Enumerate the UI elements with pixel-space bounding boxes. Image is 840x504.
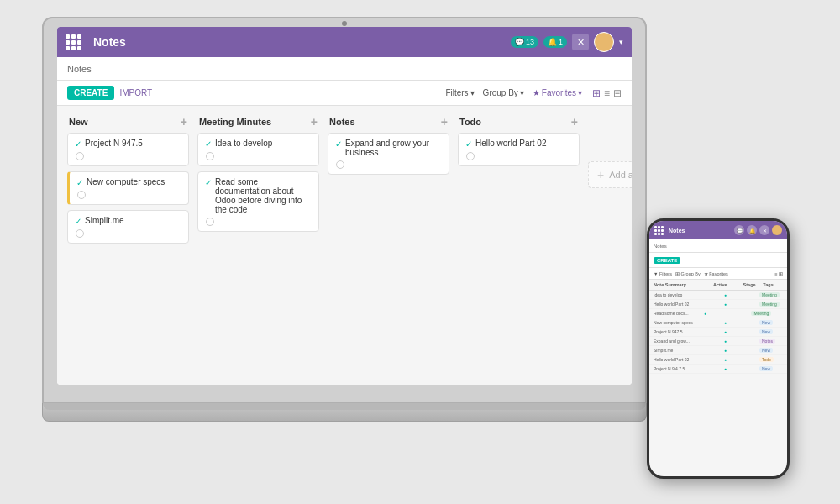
phone-row-name: Project N 9 4 7.5 xyxy=(654,366,724,371)
grid-icon[interactable] xyxy=(66,34,81,50)
top-bar-actions: 💬 13 🔔 1 ✕ ▾ xyxy=(511,32,623,52)
phone-tag: Meeting xyxy=(759,302,780,307)
phone-row-stage: Todo xyxy=(759,357,783,362)
filters-group: Filters ▾ Group By ▾ ★ Favorites ▾ xyxy=(445,88,582,97)
phone-notif-icon[interactable]: 🔔 xyxy=(747,225,757,235)
breadcrumb: Notes xyxy=(67,64,92,74)
filters-button[interactable]: Filters ▾ xyxy=(445,88,474,97)
phone-row-active: ● xyxy=(724,339,759,344)
kanban-col-meeting: Meeting Minutes + ✓ Idea to develop xyxy=(197,116,319,375)
grid-view-icon[interactable]: ⊟ xyxy=(613,87,622,99)
phone-tag: Meeting xyxy=(759,292,780,297)
list-view-icon[interactable]: ≡ xyxy=(604,87,610,99)
phone-row-name: Hello world Part 02 xyxy=(654,357,724,362)
add-icon: + xyxy=(597,168,604,181)
kanban-card[interactable]: ✓ Idea to develop xyxy=(197,133,319,166)
kanban-col-todo: Todo + ✓ Hello world Part 02 xyxy=(458,116,580,375)
phone-col-stage: Stage xyxy=(743,282,764,287)
card-text: Simplit.me xyxy=(85,216,124,225)
list-item[interactable]: Project N 947.5 ● New xyxy=(649,328,787,337)
kanban-card[interactable]: ✓ New computer specs xyxy=(67,171,189,205)
card-text: Expand and grow your business xyxy=(345,139,442,157)
phone-tag: Todo xyxy=(759,357,774,362)
card-dot xyxy=(76,152,84,160)
phone-group-by[interactable]: ⊞ Group By xyxy=(675,271,701,276)
list-item[interactable]: Simplit.me ● New xyxy=(649,346,787,355)
card-text: Idea to develop xyxy=(215,139,272,148)
list-item[interactable]: Read some docs... ● Meeting xyxy=(649,309,787,318)
phone-col-active: Active xyxy=(713,282,743,287)
favorites-button[interactable]: ★ Favorites ▾ xyxy=(533,88,582,97)
card-dot xyxy=(206,152,214,160)
avatar-chevron[interactable]: ▾ xyxy=(619,38,623,46)
card-text: Hello world Part 02 xyxy=(475,139,546,148)
col-add-meeting[interactable]: + xyxy=(311,116,318,128)
add-column-button[interactable]: + Add a Column xyxy=(588,161,632,188)
phone-row-stage: New xyxy=(759,320,783,325)
col-add-notes[interactable]: + xyxy=(441,116,448,128)
phone-row-name: New computer specs xyxy=(654,320,724,325)
activity-badge[interactable]: 🔔 1 xyxy=(543,36,567,48)
avatar[interactable] xyxy=(594,32,614,52)
add-column-label: Add a Column xyxy=(609,170,632,180)
phone-toolbar: CREATE xyxy=(649,253,787,268)
list-item[interactable]: New computer specs ● New xyxy=(649,318,787,328)
phone-filters[interactable]: ▼ Filters xyxy=(654,271,672,276)
kanban-card[interactable]: ✓ Hello world Part 02 xyxy=(458,133,580,166)
chat-badge[interactable]: 💬 13 xyxy=(511,36,538,48)
phone-chat-icon[interactable]: 💬 xyxy=(734,225,744,235)
phone-close-icon[interactable]: ✕ xyxy=(759,225,769,235)
card-dot xyxy=(466,152,475,160)
kanban-board: New + ✓ Project N 947.5 xyxy=(57,106,632,385)
phone-view-toggle[interactable]: ≡ ⊞ xyxy=(774,271,783,276)
phone-avatar[interactable] xyxy=(772,225,782,235)
phone-subbar: Notes xyxy=(649,239,787,253)
phone-row-stage: Meeting xyxy=(759,302,783,307)
laptop-foot xyxy=(43,403,646,410)
group-by-button[interactable]: Group By ▾ xyxy=(483,88,524,97)
phone-row-name: Hello world Part 02 xyxy=(654,302,724,307)
check-icon: ✓ xyxy=(75,139,81,149)
kanban-card[interactable]: ✓ Project N 947.5 xyxy=(67,133,189,166)
phone-breadcrumb: Notes xyxy=(654,244,667,249)
phone-favorites[interactable]: ★ Favorites xyxy=(704,271,728,276)
list-item[interactable]: Hello world Part 02 ● Meeting xyxy=(649,300,787,309)
sub-bar: Notes xyxy=(57,57,632,81)
list-item[interactable]: Idea to develop ● Meeting xyxy=(649,291,787,300)
phone-screen: Notes 💬 🔔 ✕ Notes CREATE ▼ Filters ⊞ Gro… xyxy=(649,221,787,476)
phone-tag: New xyxy=(759,366,773,371)
list-item[interactable]: Expand and grow... ● Notes xyxy=(649,337,787,346)
kanban-card[interactable]: ✓ Read some documentation about Odoo bef… xyxy=(197,171,319,232)
close-button[interactable]: ✕ xyxy=(572,34,589,50)
card-dot xyxy=(336,160,344,169)
list-item[interactable]: Hello world Part 02 ● Todo xyxy=(649,355,787,365)
phone-row-name: Idea to develop xyxy=(654,292,724,297)
kanban-card[interactable]: ✓ Simplit.me xyxy=(67,210,189,244)
phone-row-stage: New xyxy=(759,366,783,371)
phone-tag: New xyxy=(759,329,773,334)
col-add-new[interactable]: + xyxy=(181,116,187,128)
card-dot xyxy=(76,229,84,238)
app-container: Notes 💬 13 🔔 1 ✕ ▾ Notes xyxy=(57,27,632,385)
col-header-new: New + xyxy=(67,116,189,128)
laptop-screen: Notes 💬 13 🔔 1 ✕ ▾ Notes xyxy=(57,27,632,385)
phone-create-button[interactable]: CREATE xyxy=(654,257,680,264)
kanban-col-new: New + ✓ Project N 947.5 xyxy=(67,116,189,375)
phone-col-name: Note Summary xyxy=(654,282,713,287)
list-item[interactable]: Project N 9 4 7.5 ● New xyxy=(649,365,787,374)
kanban-card[interactable]: ✓ Expand and grow your business xyxy=(328,133,449,175)
phone-table-body: Idea to develop ● Meeting Hello world Pa… xyxy=(649,291,787,374)
phone-icons: 💬 🔔 ✕ xyxy=(734,225,782,235)
phone-row-name: Project N 947.5 xyxy=(654,329,724,334)
phone-row-stage: Meeting xyxy=(751,311,783,316)
kanban-view-icon[interactable]: ⊞ xyxy=(592,87,601,99)
phone-filter-bar: ▼ Filters ⊞ Group By ★ Favorites ≡ ⊞ xyxy=(649,268,787,280)
phone-table-header: Note Summary Active Stage Tags xyxy=(649,280,787,291)
col-title-new: New xyxy=(69,117,88,127)
col-add-todo[interactable]: + xyxy=(571,116,578,128)
phone-tag: Meeting xyxy=(751,311,771,316)
laptop-camera xyxy=(342,21,347,26)
import-button[interactable]: IMPORT xyxy=(119,88,152,97)
create-button[interactable]: CREATE xyxy=(67,86,114,100)
phone-row-stage: New xyxy=(759,348,783,353)
